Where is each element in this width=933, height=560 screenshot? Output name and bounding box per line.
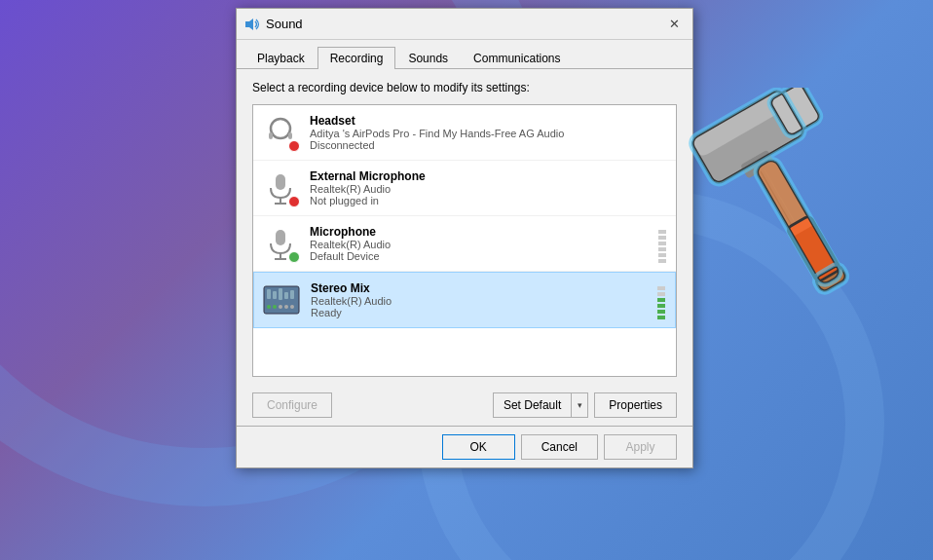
microphone-status: Default Device — [310, 250, 647, 262]
device-info-ext-mic: External Microphone Realtek(R) Audio Not… — [310, 169, 668, 206]
set-default-dropdown[interactable]: ▾ — [571, 392, 588, 418]
smvol-bar-1 — [657, 316, 665, 319]
device-list: Headset Aditya 's AirPods Pro - Find My … — [252, 104, 677, 377]
device-icon-stereo-mix — [262, 280, 301, 319]
svg-line-27 — [765, 169, 827, 278]
svg-rect-34 — [814, 264, 847, 293]
stereo-mix-name: Stereo Mix — [311, 281, 646, 295]
svg-rect-33 — [755, 158, 842, 286]
svg-point-20 — [290, 305, 294, 309]
cancel-button[interactable]: Cancel — [521, 434, 598, 460]
microphone-sub: Realtek(R) Audio — [310, 239, 647, 250]
svg-rect-31 — [690, 89, 805, 186]
svg-rect-7 — [276, 230, 285, 245]
microphone-vol-bars — [656, 224, 668, 263]
stereo-mix-sub: Realtek(R) Audio — [311, 295, 646, 307]
apply-button[interactable]: Apply — [604, 434, 677, 460]
microphone-name: Microphone — [310, 225, 647, 239]
svg-rect-13 — [279, 288, 282, 300]
svg-rect-24 — [740, 150, 775, 179]
svg-rect-12 — [273, 291, 277, 299]
svg-rect-32 — [769, 88, 822, 136]
smvol-bar-4 — [657, 298, 665, 302]
device-item-microphone[interactable]: Microphone Realtek(R) Audio Default Devi… — [253, 216, 676, 272]
vol-bar-1 — [658, 259, 666, 263]
status-dot-ext-mic — [288, 196, 300, 207]
dialog-title: Sound — [266, 17, 303, 31]
svg-rect-4 — [276, 174, 285, 190]
status-dot-headset — [288, 140, 300, 152]
svg-rect-28 — [814, 264, 847, 293]
set-default-group: Set Default ▾ — [493, 392, 588, 418]
svg-point-1 — [271, 119, 290, 138]
content-area: Select a recording device below to modif… — [237, 69, 692, 385]
sound-app-icon — [244, 17, 260, 32]
ext-mic-status: Not plugged in — [310, 195, 668, 206]
svg-point-17 — [273, 305, 277, 309]
svg-rect-22 — [690, 89, 790, 159]
device-icon-ext-mic — [261, 168, 300, 207]
svg-rect-39 — [811, 261, 850, 296]
title-bar-left: Sound — [244, 17, 303, 32]
ext-mic-name: External Microphone — [310, 169, 668, 183]
svg-rect-23 — [769, 88, 822, 136]
vol-bar-3 — [658, 247, 666, 251]
svg-rect-38 — [752, 155, 844, 289]
properties-button[interactable]: Properties — [594, 392, 677, 418]
ext-mic-sub: Realtek(R) Audio — [310, 183, 668, 195]
svg-line-26 — [761, 171, 823, 280]
vol-bar-6 — [658, 230, 666, 234]
svg-rect-37 — [766, 88, 824, 139]
tab-sounds[interactable]: Sounds — [395, 47, 461, 69]
svg-rect-11 — [267, 289, 271, 299]
close-button[interactable]: ✕ — [663, 14, 685, 35]
tab-recording[interactable]: Recording — [317, 47, 396, 69]
content-description: Select a recording device below to modif… — [252, 81, 677, 94]
vol-bar-2 — [658, 253, 666, 257]
svg-point-16 — [267, 305, 271, 309]
device-item-stereo-mix[interactable]: Stereo Mix Realtek(R) Audio Ready — [253, 272, 676, 328]
vol-bar-5 — [658, 236, 666, 240]
svg-rect-36 — [687, 88, 808, 188]
svg-point-19 — [284, 305, 288, 309]
smvol-bar-3 — [657, 304, 665, 308]
smvol-bar-6 — [657, 286, 665, 290]
smvol-bar-2 — [657, 310, 665, 314]
svg-marker-0 — [245, 19, 253, 30]
device-item-headset[interactable]: Headset Aditya 's AirPods Pro - Find My … — [253, 105, 676, 161]
stereo-mix-vol-bars — [655, 280, 667, 319]
svg-rect-14 — [284, 292, 288, 299]
svg-rect-2 — [269, 132, 273, 139]
svg-rect-21 — [690, 89, 805, 186]
tabs-bar: Playback Recording Sounds Communications — [237, 40, 692, 69]
svg-rect-3 — [288, 132, 292, 139]
device-info-headset: Headset Aditya 's AirPods Pro - Find My … — [310, 114, 668, 151]
vol-bar-4 — [658, 242, 666, 245]
device-icon-microphone — [261, 224, 300, 263]
set-default-button[interactable]: Set Default — [493, 392, 571, 418]
smvol-bar-5 — [657, 292, 665, 296]
device-info-microphone: Microphone Realtek(R) Audio Default Devi… — [310, 225, 647, 262]
tab-communications[interactable]: Communications — [461, 47, 573, 69]
device-item-ext-mic[interactable]: External Microphone Realtek(R) Audio Not… — [253, 161, 676, 216]
device-info-stereo-mix: Stereo Mix Realtek(R) Audio Ready — [311, 281, 646, 318]
tab-playback[interactable]: Playback — [244, 47, 317, 69]
title-bar: Sound ✕ — [237, 9, 692, 40]
svg-rect-25 — [755, 158, 842, 286]
svg-rect-29 — [786, 215, 840, 282]
headset-sub: Aditya 's AirPods Pro - Find My Hands-Fr… — [310, 128, 668, 139]
svg-rect-15 — [290, 290, 294, 299]
svg-rect-30 — [786, 215, 814, 238]
headset-name: Headset — [310, 114, 668, 128]
status-dot-microphone — [288, 251, 300, 263]
action-bar: OK Cancel Apply — [237, 426, 692, 467]
svg-rect-35 — [786, 215, 840, 282]
ok-button[interactable]: OK — [442, 434, 515, 460]
svg-point-18 — [279, 305, 282, 309]
device-icon-headset — [261, 113, 300, 152]
sound-dialog: Sound ✕ Playback Recording Sounds Commun… — [236, 8, 693, 468]
stereo-mix-status: Ready — [311, 307, 646, 318]
headset-status: Disconnected — [310, 139, 668, 151]
configure-button[interactable]: Configure — [252, 392, 332, 418]
bottom-buttons-bar: Configure Set Default ▾ Properties — [237, 385, 692, 426]
